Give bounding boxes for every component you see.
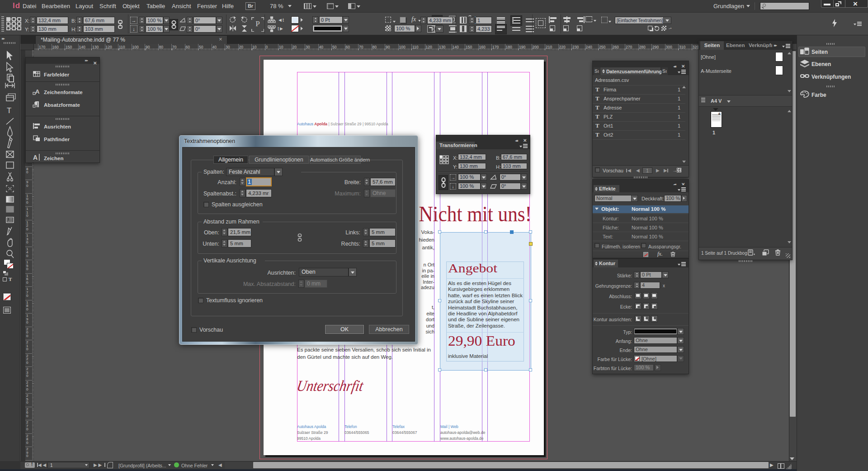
- svg-text:T: T: [7, 106, 11, 115]
- svg-text:A: A: [33, 154, 38, 161]
- svg-text:A: A: [35, 88, 40, 95]
